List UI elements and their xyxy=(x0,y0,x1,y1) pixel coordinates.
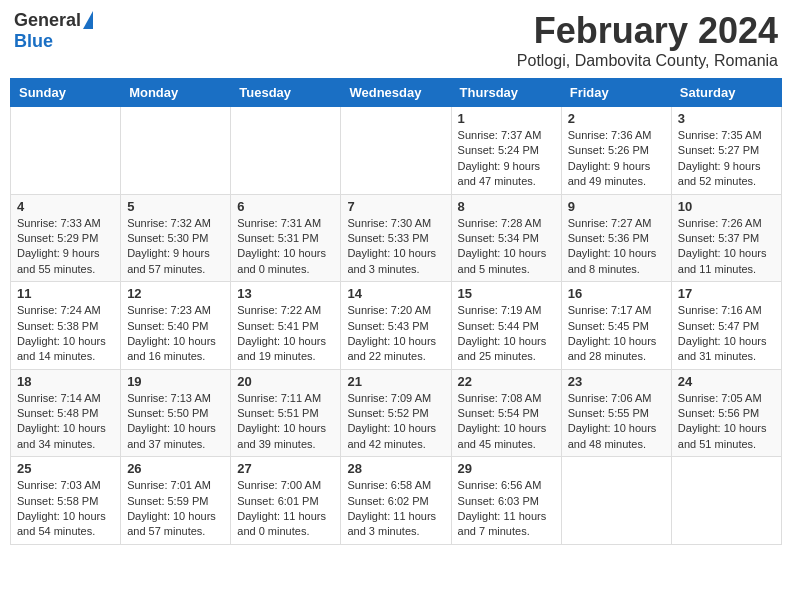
day-info: Sunrise: 7:14 AM Sunset: 5:48 PM Dayligh… xyxy=(17,391,114,453)
day-number: 15 xyxy=(458,286,555,301)
calendar-cell: 27Sunrise: 7:00 AM Sunset: 6:01 PM Dayli… xyxy=(231,457,341,545)
calendar-week-row: 1Sunrise: 7:37 AM Sunset: 5:24 PM Daylig… xyxy=(11,107,782,195)
day-info: Sunrise: 7:09 AM Sunset: 5:52 PM Dayligh… xyxy=(347,391,444,453)
calendar-week-row: 11Sunrise: 7:24 AM Sunset: 5:38 PM Dayli… xyxy=(11,282,782,370)
day-info: Sunrise: 7:13 AM Sunset: 5:50 PM Dayligh… xyxy=(127,391,224,453)
logo: General Blue xyxy=(14,10,93,52)
calendar-day-header: Sunday xyxy=(11,79,121,107)
day-info: Sunrise: 7:35 AM Sunset: 5:27 PM Dayligh… xyxy=(678,128,775,190)
day-info: Sunrise: 6:56 AM Sunset: 6:03 PM Dayligh… xyxy=(458,478,555,540)
day-info: Sunrise: 7:01 AM Sunset: 5:59 PM Dayligh… xyxy=(127,478,224,540)
calendar-week-row: 4Sunrise: 7:33 AM Sunset: 5:29 PM Daylig… xyxy=(11,194,782,282)
calendar-cell xyxy=(561,457,671,545)
calendar-cell: 13Sunrise: 7:22 AM Sunset: 5:41 PM Dayli… xyxy=(231,282,341,370)
calendar-day-header: Monday xyxy=(121,79,231,107)
logo-triangle-icon xyxy=(83,11,93,29)
calendar-cell: 8Sunrise: 7:28 AM Sunset: 5:34 PM Daylig… xyxy=(451,194,561,282)
day-info: Sunrise: 7:30 AM Sunset: 5:33 PM Dayligh… xyxy=(347,216,444,278)
calendar-cell: 14Sunrise: 7:20 AM Sunset: 5:43 PM Dayli… xyxy=(341,282,451,370)
day-number: 20 xyxy=(237,374,334,389)
day-number: 29 xyxy=(458,461,555,476)
day-number: 7 xyxy=(347,199,444,214)
calendar-week-row: 18Sunrise: 7:14 AM Sunset: 5:48 PM Dayli… xyxy=(11,369,782,457)
calendar-cell: 20Sunrise: 7:11 AM Sunset: 5:51 PM Dayli… xyxy=(231,369,341,457)
logo-general-text: General xyxy=(14,10,81,31)
day-number: 21 xyxy=(347,374,444,389)
day-number: 9 xyxy=(568,199,665,214)
day-number: 24 xyxy=(678,374,775,389)
day-info: Sunrise: 7:03 AM Sunset: 5:58 PM Dayligh… xyxy=(17,478,114,540)
calendar-day-header: Tuesday xyxy=(231,79,341,107)
calendar-cell: 10Sunrise: 7:26 AM Sunset: 5:37 PM Dayli… xyxy=(671,194,781,282)
calendar-cell xyxy=(11,107,121,195)
day-info: Sunrise: 7:22 AM Sunset: 5:41 PM Dayligh… xyxy=(237,303,334,365)
calendar-cell: 22Sunrise: 7:08 AM Sunset: 5:54 PM Dayli… xyxy=(451,369,561,457)
calendar-body: 1Sunrise: 7:37 AM Sunset: 5:24 PM Daylig… xyxy=(11,107,782,545)
calendar-cell: 25Sunrise: 7:03 AM Sunset: 5:58 PM Dayli… xyxy=(11,457,121,545)
month-title: February 2024 xyxy=(517,10,778,52)
calendar-day-header: Wednesday xyxy=(341,79,451,107)
calendar-header: SundayMondayTuesdayWednesdayThursdayFrid… xyxy=(11,79,782,107)
day-info: Sunrise: 7:08 AM Sunset: 5:54 PM Dayligh… xyxy=(458,391,555,453)
calendar-week-row: 25Sunrise: 7:03 AM Sunset: 5:58 PM Dayli… xyxy=(11,457,782,545)
calendar-cell: 2Sunrise: 7:36 AM Sunset: 5:26 PM Daylig… xyxy=(561,107,671,195)
calendar-cell: 26Sunrise: 7:01 AM Sunset: 5:59 PM Dayli… xyxy=(121,457,231,545)
day-number: 11 xyxy=(17,286,114,301)
day-info: Sunrise: 7:36 AM Sunset: 5:26 PM Dayligh… xyxy=(568,128,665,190)
calendar-cell: 18Sunrise: 7:14 AM Sunset: 5:48 PM Dayli… xyxy=(11,369,121,457)
calendar-header-row: SundayMondayTuesdayWednesdayThursdayFrid… xyxy=(11,79,782,107)
day-info: Sunrise: 7:24 AM Sunset: 5:38 PM Dayligh… xyxy=(17,303,114,365)
day-info: Sunrise: 6:58 AM Sunset: 6:02 PM Dayligh… xyxy=(347,478,444,540)
day-number: 5 xyxy=(127,199,224,214)
day-number: 27 xyxy=(237,461,334,476)
calendar-day-header: Saturday xyxy=(671,79,781,107)
day-info: Sunrise: 7:17 AM Sunset: 5:45 PM Dayligh… xyxy=(568,303,665,365)
calendar-cell: 1Sunrise: 7:37 AM Sunset: 5:24 PM Daylig… xyxy=(451,107,561,195)
day-number: 3 xyxy=(678,111,775,126)
day-info: Sunrise: 7:26 AM Sunset: 5:37 PM Dayligh… xyxy=(678,216,775,278)
day-number: 18 xyxy=(17,374,114,389)
day-info: Sunrise: 7:23 AM Sunset: 5:40 PM Dayligh… xyxy=(127,303,224,365)
title-section: February 2024 Potlogi, Dambovita County,… xyxy=(517,10,778,70)
calendar-day-header: Thursday xyxy=(451,79,561,107)
calendar-cell: 7Sunrise: 7:30 AM Sunset: 5:33 PM Daylig… xyxy=(341,194,451,282)
day-number: 26 xyxy=(127,461,224,476)
logo-blue-text: Blue xyxy=(14,31,53,52)
calendar-cell: 19Sunrise: 7:13 AM Sunset: 5:50 PM Dayli… xyxy=(121,369,231,457)
day-number: 10 xyxy=(678,199,775,214)
calendar-cell: 23Sunrise: 7:06 AM Sunset: 5:55 PM Dayli… xyxy=(561,369,671,457)
day-number: 16 xyxy=(568,286,665,301)
day-number: 13 xyxy=(237,286,334,301)
day-info: Sunrise: 7:20 AM Sunset: 5:43 PM Dayligh… xyxy=(347,303,444,365)
calendar-cell xyxy=(231,107,341,195)
calendar-cell xyxy=(671,457,781,545)
day-number: 14 xyxy=(347,286,444,301)
calendar-cell: 11Sunrise: 7:24 AM Sunset: 5:38 PM Dayli… xyxy=(11,282,121,370)
calendar-cell: 9Sunrise: 7:27 AM Sunset: 5:36 PM Daylig… xyxy=(561,194,671,282)
calendar-cell xyxy=(121,107,231,195)
day-info: Sunrise: 7:19 AM Sunset: 5:44 PM Dayligh… xyxy=(458,303,555,365)
day-info: Sunrise: 7:06 AM Sunset: 5:55 PM Dayligh… xyxy=(568,391,665,453)
day-number: 4 xyxy=(17,199,114,214)
day-number: 12 xyxy=(127,286,224,301)
day-number: 28 xyxy=(347,461,444,476)
day-info: Sunrise: 7:11 AM Sunset: 5:51 PM Dayligh… xyxy=(237,391,334,453)
day-info: Sunrise: 7:05 AM Sunset: 5:56 PM Dayligh… xyxy=(678,391,775,453)
calendar-day-header: Friday xyxy=(561,79,671,107)
calendar-table: SundayMondayTuesdayWednesdayThursdayFrid… xyxy=(10,78,782,545)
calendar-cell: 15Sunrise: 7:19 AM Sunset: 5:44 PM Dayli… xyxy=(451,282,561,370)
calendar-cell: 6Sunrise: 7:31 AM Sunset: 5:31 PM Daylig… xyxy=(231,194,341,282)
day-number: 6 xyxy=(237,199,334,214)
calendar-cell: 3Sunrise: 7:35 AM Sunset: 5:27 PM Daylig… xyxy=(671,107,781,195)
calendar-cell: 21Sunrise: 7:09 AM Sunset: 5:52 PM Dayli… xyxy=(341,369,451,457)
day-number: 17 xyxy=(678,286,775,301)
location-text: Potlogi, Dambovita County, Romania xyxy=(517,52,778,70)
calendar-cell xyxy=(341,107,451,195)
calendar-cell: 17Sunrise: 7:16 AM Sunset: 5:47 PM Dayli… xyxy=(671,282,781,370)
day-number: 2 xyxy=(568,111,665,126)
day-info: Sunrise: 7:33 AM Sunset: 5:29 PM Dayligh… xyxy=(17,216,114,278)
day-info: Sunrise: 7:28 AM Sunset: 5:34 PM Dayligh… xyxy=(458,216,555,278)
day-number: 8 xyxy=(458,199,555,214)
day-info: Sunrise: 7:37 AM Sunset: 5:24 PM Dayligh… xyxy=(458,128,555,190)
day-number: 1 xyxy=(458,111,555,126)
